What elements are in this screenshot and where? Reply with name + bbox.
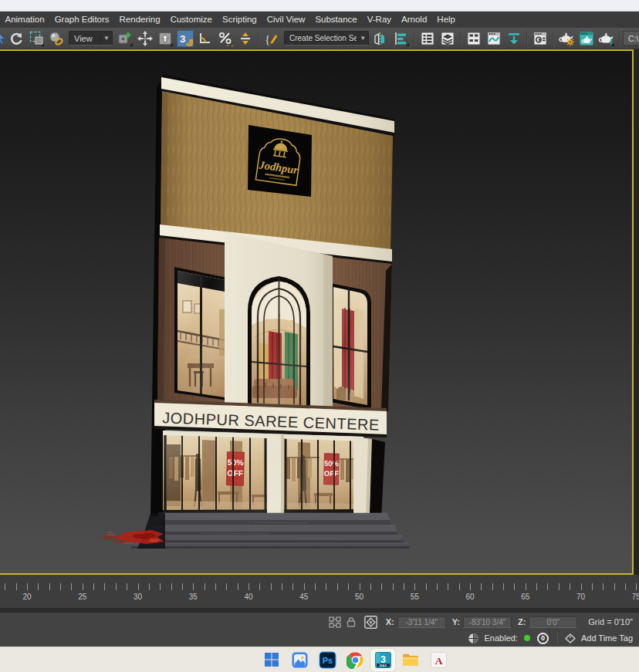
frame-number-label: 70 (576, 593, 585, 601)
x-coordinate-field[interactable]: -3'11 1/4" (397, 616, 446, 628)
absolute-mode-icon[interactable] (364, 616, 377, 629)
schematic-view-icon[interactable] (505, 30, 522, 47)
render-production-icon[interactable] (598, 30, 615, 47)
toolbar-separator (553, 31, 554, 46)
frame-tick (238, 583, 238, 590)
autocad-label: A (434, 654, 442, 666)
taskbar-start-button[interactable] (259, 649, 284, 671)
frame-tick (93, 583, 94, 590)
redo-icon[interactable] (8, 30, 25, 47)
frame-tick (259, 583, 260, 590)
select-object-icon[interactable] (0, 30, 6, 47)
frame-tick (71, 583, 72, 590)
taskbar-3dsmax[interactable]: 3MAX (370, 649, 395, 671)
flyout-corner-icon (170, 43, 173, 46)
menu-help[interactable]: Help (432, 12, 461, 28)
z-coordinate-label: Z: (518, 617, 526, 626)
y-coordinate-field[interactable]: -83'10 3/4" (463, 616, 512, 628)
frame-number-label: 60 (465, 593, 474, 601)
percent-snap-icon[interactable] (217, 30, 234, 47)
render-setup-icon[interactable] (558, 30, 575, 47)
rendered-frame-window-icon[interactable] (578, 30, 595, 47)
named-selection-set-dropdown[interactable]: Create Selection Se ▼ (284, 31, 369, 46)
transform-gizmo-icon[interactable] (329, 616, 342, 628)
toolbar-separator (414, 31, 415, 46)
material-editor-icon[interactable] (532, 30, 549, 47)
taskbar-photos-app[interactable] (287, 649, 312, 671)
select-and-link-icon[interactable] (48, 30, 65, 47)
taskbar-file-explorer[interactable] (398, 649, 423, 671)
taskbar-chrome[interactable] (343, 649, 367, 671)
frame-number-label: 50 (355, 593, 363, 601)
curve-editor-icon[interactable] (485, 30, 502, 47)
key-filter-icon[interactable] (468, 633, 479, 644)
menu-civil-view[interactable]: Civil View (262, 12, 310, 28)
frame-tick (138, 583, 139, 590)
menu-animation[interactable]: Animation (0, 12, 49, 28)
selection-region-icon[interactable] (28, 30, 45, 47)
frame-number-label: 75 (632, 593, 639, 601)
menu-graph-editors[interactable]: Graph Editors (49, 12, 114, 28)
track-bar[interactable]: 202530354045505560657075 (0, 575, 639, 613)
time-tag-icon (565, 633, 576, 643)
frame-tick (393, 583, 394, 590)
toggle-layer-explorer-icon[interactable] (439, 30, 456, 47)
perspective-viewport[interactable]: Jodhpur (0, 49, 634, 575)
frame-tick (536, 583, 537, 590)
key-counter-badge[interactable]: 0 (537, 633, 549, 644)
align-icon[interactable] (393, 30, 410, 47)
reference-coordinate-system-dropdown[interactable]: View ▼ (69, 31, 113, 46)
storefront-3d-model: Jodhpur (0, 51, 632, 573)
use-pivot-center-icon[interactable] (117, 30, 134, 47)
toolbar-separator (460, 31, 462, 46)
frame-tick (448, 583, 448, 590)
arch-window (248, 276, 310, 410)
frame-tick (104, 583, 105, 590)
windows-taskbar: Ps 3MAX A (0, 647, 639, 672)
frame-tick (60, 583, 61, 590)
viewport-outside-strip (634, 49, 639, 575)
taskbar-photoshop[interactable]: Ps (315, 649, 340, 671)
coord-system-value: View (74, 34, 93, 43)
frame-tick (292, 583, 293, 590)
ground-floor: 50% OFF 50% OFF (163, 431, 385, 518)
toggle-ribbon-icon[interactable] (465, 30, 482, 47)
add-time-tag-label[interactable]: Add Time Tag (581, 633, 633, 643)
frame-tick (83, 583, 83, 590)
frame-tick (248, 583, 249, 590)
spinner-snap-icon[interactable] (237, 30, 254, 47)
3dsmax-window: Animation Graph Editors Rendering Custom… (0, 0, 639, 672)
grid-size-label: Grid = 0'10" (588, 617, 633, 626)
angle-snap-icon[interactable] (197, 30, 214, 47)
frame-number-label: 30 (134, 593, 142, 601)
toggle-scene-explorer-icon[interactable] (419, 30, 436, 47)
z-coordinate-field[interactable]: 0'0" (529, 616, 577, 628)
frame-tick (636, 583, 637, 590)
menu-vray[interactable]: V-Ray (362, 12, 396, 28)
menu-customize[interactable]: Customize (165, 12, 217, 28)
frame-tick (271, 583, 272, 590)
svg-text:3: 3 (180, 32, 186, 44)
selection-lock-icon[interactable] (347, 616, 356, 627)
menu-arnold[interactable]: Arnold (397, 12, 432, 28)
project-path-field[interactable]: C:\Users\S (623, 31, 639, 46)
frame-tick (592, 583, 593, 590)
menu-scripting[interactable]: Scripting (218, 12, 262, 28)
menu-rendering[interactable]: Rendering (114, 12, 165, 28)
frame-tick (481, 583, 482, 590)
taskbar-autocad[interactable]: A (426, 649, 451, 671)
project-path-value: C:\Users\S (628, 34, 639, 43)
frame-number-label: 20 (22, 593, 31, 601)
frame-tick (16, 583, 17, 590)
mirror-icon[interactable] (373, 30, 390, 47)
edit-named-selection-sets-icon[interactable]: { (263, 30, 280, 47)
frame-tick (381, 583, 382, 590)
select-and-place-icon[interactable] (157, 30, 174, 47)
frame-tick (614, 583, 615, 590)
select-and-move-icon[interactable] (137, 30, 154, 47)
frame-tick (226, 583, 227, 590)
menu-substance[interactable]: Substance (310, 12, 362, 28)
3dsmax-label-max: MAX (379, 663, 387, 667)
snaps-toggle-3d-icon[interactable]: 3 (177, 30, 194, 47)
frame-tick (5, 583, 5, 590)
